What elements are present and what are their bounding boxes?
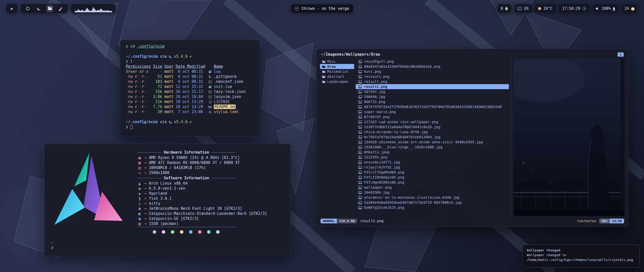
info-row: →JetBrainsMono Nerd Font Light 10 [GTK2/… [137, 206, 284, 211]
image-file-icon [358, 151, 362, 154]
info-value: 6.5.8-zen1-1-zen [149, 186, 185, 191]
file-row[interactable]: rsjqojlmjhf91.jpg [356, 165, 509, 170]
file-type-icon: {} [208, 85, 212, 89]
palette-dot [198, 230, 202, 234]
file-name: lua [214, 69, 221, 74]
file-date: 12 oct 15:32 [176, 84, 205, 89]
file-type-icon: {} [208, 70, 212, 74]
sidebar-folder-item[interactable]: Misc [320, 59, 354, 64]
terminal-window[interactable]: ❯cd.config/nvim ~/.config/nvimviav5.4.6✔… [120, 40, 260, 137]
status-label: 0 [501, 6, 503, 11]
image-file-icon [358, 105, 362, 109]
file-row[interactable]: FXfcJlTXgAMvH6R.png [356, 170, 509, 175]
info-icon [137, 197, 142, 200]
file-row[interactable]: chica-mirando-la-luna-8799.jpg [356, 129, 509, 134]
permissions: .rw-r--r-- [126, 110, 151, 114]
info-icon [137, 212, 142, 216]
sidebar-folder-item[interactable]: Draw [320, 64, 354, 69]
palette-dot [162, 230, 165, 234]
shell-prompt-line[interactable]: ❯ [51, 245, 284, 250]
workspace-button[interactable] [24, 5, 31, 12]
lua-version: v5.4.6 [174, 54, 188, 59]
notification-toast[interactable]: Wallpaper Changed Wallpaper changed to /… [522, 245, 640, 268]
status-icon [505, 7, 509, 11]
music-player-pill[interactable]: thrown - on the verge [291, 4, 353, 13]
file-row[interactable]: wallpaper.png [356, 185, 509, 190]
status-icon [583, 7, 586, 10]
arrow-icon: → [144, 201, 146, 206]
file-row[interactable]: resssult.png [356, 74, 509, 79]
palette-dot [189, 230, 192, 234]
notification-body: Wallpaper changed to /home/matt/.config/… [527, 253, 635, 262]
launcher-button[interactable] [6, 4, 18, 13]
file-row[interactable]: 08a634fa02a32364f69ebc86a98eb1eb.png [356, 64, 509, 69]
file-row[interactable]: FXfcHgcWIAMzs0G.png [356, 180, 509, 185]
file-name: 68747470733a2f2f696d616765732d7769786d70… [364, 105, 502, 109]
file-row[interactable]: 596848.jpg [356, 94, 509, 99]
workspace-button[interactable] [46, 5, 53, 12]
arrow-icon: → [144, 216, 146, 221]
info-icon [137, 192, 142, 195]
file-row[interactable]: super-mario.png [356, 109, 509, 114]
file-row[interactable]: 866715.png [356, 99, 509, 104]
file-row[interactable]: 8FKa7Cu.jpeg [356, 150, 509, 155]
file-manager-window[interactable]: ~/Imagenes/Wallpapers/Draw 1 Misc Draw M… [316, 49, 628, 227]
arrow-icon: → [144, 186, 146, 191]
status-widget[interactable]: 17:50:29 [559, 4, 590, 13]
file-row[interactable]: FXfcII0X0AQyn9X.png [356, 175, 509, 180]
arrow-icon: → [144, 191, 146, 196]
shell-prompt-line[interactable]: ❯ [126, 125, 254, 130]
image-file-icon [358, 171, 362, 174]
file-permissions: -rwxrwxrwx [575, 219, 596, 223]
file-row[interactable]: nnvuv0xj2df71.jpg [356, 160, 509, 165]
file-name: 3126f7e9bbf21a8a4af0b67b041c6e26.jpg [364, 125, 440, 129]
folder-icon [322, 60, 326, 63]
status-widget[interactable]: 26°C [535, 4, 556, 13]
status-widget[interactable]: 100% [592, 4, 618, 13]
file-row[interactable]: 587597.jpg [356, 89, 509, 94]
sidebar-folder-item[interactable]: Landscapes [320, 79, 354, 84]
sidebar-folder-item[interactable]: Minimalist [320, 69, 354, 74]
blank-line [126, 49, 254, 54]
file-row[interactable]: 87r687df.png [356, 114, 509, 119]
image-file-icon [358, 95, 362, 98]
status-widget[interactable]: US [514, 4, 532, 13]
workspace-button[interactable] [35, 5, 42, 12]
file-row[interactable]: 68747470733a2f2f696d616765732d7769786d70… [356, 104, 509, 109]
file-row[interactable]: 5a266e448add93deab367d87173e9f25-6837886… [356, 200, 509, 205]
file-type-icon: {} [208, 75, 212, 79]
hardware-section-header: Hardware Information [137, 150, 236, 155]
status-label: 17:50:29 [562, 6, 580, 11]
file-row[interactable]: re1sult.png [356, 79, 509, 84]
fetch-terminal-window[interactable]: Hardware Information →AMD Ryzen 9 5900X … [44, 144, 291, 256]
status-widget[interactable]: 0 [497, 4, 511, 13]
image-file-icon [358, 100, 362, 104]
workspaces-widget[interactable] [21, 4, 68, 13]
file-row[interactable]: 3126f7e9bbf21a8a4af0b67b041c6e26.jpg [356, 124, 509, 129]
file-row[interactable]: 20492984.jpg [356, 190, 509, 195]
workspace-button[interactable] [57, 5, 64, 12]
file-row[interactable]: 19201080-__blue-tinge__-1920×1080.jpg [356, 145, 509, 150]
file-row[interactable]: 217167-sad-anime-rain-wallpaper.png [356, 119, 509, 124]
file-row[interactable]: 154928-odinokoe_anime-art-anime-okno-sin… [356, 140, 509, 145]
top-bar-right: 0 US 26°C 17:50:29 100% 24 [497, 4, 638, 13]
image-file-icon [358, 191, 362, 194]
sidebar-folder-item[interactable]: Abstract [320, 74, 354, 79]
file-row[interactable]: kurz.png [356, 69, 509, 74]
status-widget[interactable]: 24 [621, 4, 638, 13]
audio-visualizer [71, 4, 116, 13]
file-row[interactable]: ressdfgult.png [356, 59, 509, 64]
file-row[interactable]: EeNKYgIUcAAJ5JX.png [356, 205, 509, 210]
file-row[interactable]: 0c794faf07de24a4db4d4fb1eb813964.jpg [356, 134, 509, 140]
file-size: 72 [151, 84, 162, 89]
workspace-icon [60, 7, 62, 10]
file-name: 19201080-__blue-tinge__-1920×1080.jpg [364, 145, 442, 149]
moon-icon [169, 120, 172, 123]
file-row[interactable]: result2.png [356, 84, 509, 89]
file-row[interactable]: 3122955.png [356, 155, 509, 160]
file-row[interactable]: atardecer-en-la-montanas-ilustracion-634… [356, 195, 509, 200]
file-manager-status-bar: NORMAL 218.8 KB result2.png -rwxrwxrwx 3… [320, 218, 625, 224]
folder-icon [322, 65, 326, 68]
folder-name: Draw [327, 64, 336, 69]
tab-indicator[interactable]: 1 [618, 52, 624, 57]
